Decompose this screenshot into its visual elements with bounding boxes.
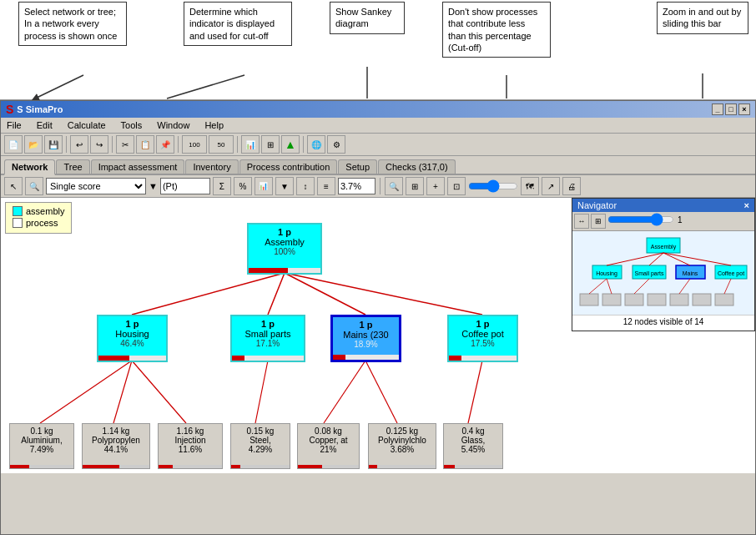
tree-button[interactable]: ▲ [281, 135, 300, 154]
svg-line-35 [40, 361, 132, 423]
navigator-close-button[interactable]: × [744, 200, 749, 210]
inv-node-injection[interactable]: 1.16 kg Injection 11.6% [158, 423, 223, 469]
svg-text:Small parts: Small parts [634, 270, 664, 277]
open-button[interactable]: 📂 [24, 135, 43, 154]
svg-text:Mains: Mains [683, 270, 698, 276]
filter-button[interactable]: ▼ [275, 177, 294, 195]
tab-impact-assessment[interactable]: Impact assessment [91, 159, 185, 174]
tab-setup[interactable]: Setup [338, 159, 377, 174]
dropdown-arrow-icon: ▼ [149, 181, 158, 191]
menu-help[interactable]: Help [202, 119, 226, 131]
nav-zoom-slider[interactable] [607, 214, 674, 225]
inv-pvc-name: Polyvinylchlo [373, 436, 431, 445]
inv-steel-bar-bg [231, 465, 290, 468]
unit-input[interactable] [160, 178, 210, 194]
print-button[interactable]: 🖨 [562, 177, 581, 195]
tab-network[interactable]: Network [4, 159, 55, 175]
sigma-button[interactable]: Σ [213, 177, 231, 195]
table-button[interactable]: ⊞ [261, 135, 280, 154]
node-small-parts-percent: 17.1% [236, 339, 300, 348]
menu-file[interactable]: File [4, 119, 24, 131]
search-button[interactable]: 🔍 [25, 177, 43, 195]
fit-button[interactable]: ⊡ [447, 177, 466, 195]
tab-tree[interactable]: Tree [56, 159, 89, 174]
zoom-in-button[interactable]: + [426, 177, 445, 195]
nav-btn-2[interactable]: ⊞ [591, 214, 606, 229]
tab-checks[interactable]: Checks (317,0) [378, 159, 456, 174]
navigator-toolbar: ↔ ⊞ 1 [572, 212, 754, 231]
cutoff-input[interactable] [338, 178, 375, 194]
inv-node-glass[interactable]: 0.4 kg Glass, 5.45% [443, 423, 503, 469]
menu-calculate[interactable]: Calculate [65, 119, 108, 131]
minimize-button[interactable]: _ [712, 103, 723, 115]
globe-button[interactable]: 🌐 [307, 135, 325, 154]
inv-node-steel[interactable]: 0.15 kg Steel, 4.29% [230, 423, 290, 469]
inv-poly-percent: 44.1% [87, 445, 145, 454]
menu-tools[interactable]: Tools [118, 119, 145, 131]
nav-btn-1[interactable]: ↔ [574, 214, 589, 229]
zoom-slider[interactable] [468, 179, 518, 193]
score-dropdown[interactable]: Single score Characterization Normalizat… [46, 178, 146, 194]
tooltip-zoom: Zoom in and out by sliding this bar [657, 2, 748, 34]
undo-button[interactable]: ↩ [70, 135, 88, 154]
chart-button[interactable]: 📊 [241, 135, 260, 154]
copy-button[interactable]: 📋 [136, 135, 154, 154]
export-button[interactable]: ↗ [542, 177, 560, 195]
inv-pvc-label: 0.125 kg [373, 426, 431, 436]
menu-window[interactable]: Window [154, 119, 192, 131]
save-button[interactable]: 💾 [44, 135, 63, 154]
nav-toggle-button[interactable]: 🗺 [521, 177, 539, 195]
inv-steel-name: Steel, [235, 436, 285, 445]
node-mains-label: 1 p [337, 320, 395, 330]
inv-node-polypropylene[interactable]: 1.14 kg Polypropylen 44.1% [82, 423, 150, 469]
settings-button[interactable]: ⚙ [327, 135, 345, 154]
new-button[interactable]: 📄 [4, 135, 23, 154]
tabs-bar: Network Tree Impact assessment Inventory… [1, 156, 755, 175]
inv-node-copper[interactable]: 0.08 kg Copper, at 21% [297, 423, 360, 469]
node-small-parts-name: Small parts [236, 329, 300, 339]
svg-line-38 [255, 361, 268, 423]
svg-line-24 [663, 253, 690, 265]
zoom-out-button[interactable]: 🔍 [385, 177, 403, 195]
cursor-button[interactable]: ↖ [4, 177, 23, 195]
sort-button[interactable]: ↕ [296, 177, 315, 195]
node-housing-name: Housing [103, 329, 162, 339]
node-assembly-name: Assembly [253, 237, 316, 247]
maximize-button[interactable]: □ [725, 103, 737, 115]
menu-edit[interactable]: Edit [34, 119, 55, 131]
svg-rect-21 [715, 294, 733, 305]
paste-button[interactable]: 📌 [156, 135, 174, 154]
zoom-reset-button[interactable]: ⊞ [406, 177, 424, 195]
inv-poly-name: Polypropylen [87, 436, 145, 445]
node-assembly-bar-bg [249, 268, 320, 273]
svg-text:Assembly: Assembly [651, 244, 677, 250]
close-button[interactable]: × [738, 103, 750, 115]
tb-btn-1[interactable]: 100 [182, 135, 207, 154]
node-assembly[interactable]: 1 p Assembly 100% [247, 223, 322, 275]
tab-inventory[interactable]: Inventory [185, 159, 238, 174]
tb-btn-2[interactable]: 50 [209, 135, 234, 154]
node-housing[interactable]: 1 p Housing 46.4% [97, 315, 168, 362]
node-coffee-pot[interactable]: 1 p Coffee pot 17.5% [447, 315, 518, 362]
inv-inj-percent: 11.6% [163, 445, 218, 454]
svg-rect-18 [648, 294, 666, 305]
legend-assembly: assembly [13, 206, 64, 216]
inv-copper-percent: 21% [302, 445, 355, 454]
inv-pvc-percent: 3.68% [373, 445, 431, 454]
svg-line-1 [167, 75, 244, 98]
inv-node-aluminium[interactable]: 0.1 kg Aluminium, 7.49% [9, 423, 74, 469]
cut-button[interactable]: ✂ [116, 135, 134, 154]
list-button[interactable]: ≡ [317, 177, 335, 195]
inv-inj-label: 1.16 kg [163, 426, 218, 436]
title-controls[interactable]: _ □ × [712, 103, 750, 115]
node-small-parts[interactable]: 1 p Small parts 17.1% [230, 315, 305, 362]
node-mains[interactable]: 1 p Mains (230 18.9% [330, 315, 401, 362]
svg-line-25 [663, 253, 731, 265]
legend-process: process [13, 218, 64, 228]
node-mains-percent: 18.9% [337, 340, 395, 349]
inv-node-polyvinyl[interactable]: 0.125 kg Polyvinylchlo 3.68% [368, 423, 436, 469]
tab-process-contribution[interactable]: Process contribution [239, 159, 338, 174]
percent-button[interactable]: % [234, 177, 252, 195]
redo-button[interactable]: ↪ [90, 135, 108, 154]
bar-chart-button[interactable]: 📊 [255, 177, 273, 195]
